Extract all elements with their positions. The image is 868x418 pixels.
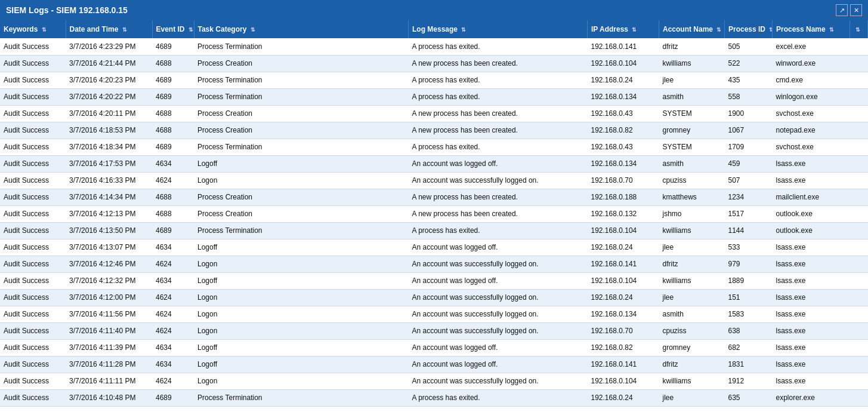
cell-processname: lsass.exe	[773, 239, 850, 256]
cell-datetime: 3/7/2016 4:12:32 PM	[66, 272, 152, 289]
table-row[interactable]: Audit Success3/7/2016 4:23:29 PM4689Proc…	[0, 38, 868, 55]
cell-extra	[850, 272, 868, 289]
cell-eventid: 4624	[152, 289, 194, 306]
cell-extra	[850, 289, 868, 306]
col-header-extra[interactable]: ⇅	[850, 20, 868, 38]
cell-taskcategory: Logon	[194, 306, 409, 322]
table-row[interactable]: Audit Success3/7/2016 4:14:34 PM4688Proc…	[0, 189, 868, 205]
table-row[interactable]: Audit Success3/7/2016 4:11:56 PM4624Logo…	[0, 306, 868, 322]
cell-ipaddress: 192.168.0.104	[588, 373, 659, 389]
table-row[interactable]: Audit Success3/7/2016 4:12:32 PM4634Logo…	[0, 272, 868, 289]
table-row[interactable]: Audit Success3/7/2016 4:18:34 PM4689Proc…	[0, 139, 868, 155]
cell-processname: lsass.exe	[773, 155, 850, 172]
col-header-accountname[interactable]: Account Name ⇅	[659, 20, 725, 38]
cell-processid: 1900	[725, 105, 773, 122]
cell-processname: svchost.exe	[773, 139, 850, 155]
table-row[interactable]: Audit Success3/7/2016 4:11:11 PM4624Logo…	[0, 373, 868, 389]
table-row[interactable]: Audit Success3/7/2016 4:18:53 PM4688Proc…	[0, 122, 868, 139]
cell-keywords: Audit Success	[0, 72, 66, 88]
cell-datetime: 3/7/2016 4:14:34 PM	[66, 189, 152, 205]
cell-eventid: 4624	[152, 256, 194, 272]
cell-processname: lsass.exe	[773, 373, 850, 389]
cell-eventid: 4688	[152, 189, 194, 205]
cell-ipaddress: 192.168.0.70	[588, 172, 659, 189]
cell-keywords: Audit Success	[0, 239, 66, 256]
col-header-processname[interactable]: Process Name ⇅	[773, 20, 850, 38]
cell-processid: 1517	[725, 205, 773, 222]
col-header-datetime[interactable]: Date and Time ⇅	[66, 20, 152, 38]
cell-keywords: Audit Success	[0, 189, 66, 205]
cell-keywords: Audit Success	[0, 105, 66, 122]
cell-eventid: 4689	[152, 139, 194, 155]
cell-extra	[850, 72, 868, 88]
cell-keywords: Audit Success	[0, 339, 66, 356]
table-row[interactable]: Audit Success3/7/2016 4:21:44 PM4688Proc…	[0, 55, 868, 72]
sort-icon-extra: ⇅	[855, 27, 860, 33]
cell-extra	[850, 322, 868, 339]
cell-processname: winword.exe	[773, 55, 850, 72]
col-header-eventid[interactable]: Event ID ⇅	[152, 20, 194, 38]
col-header-ipaddress[interactable]: IP Address ⇅	[588, 20, 659, 38]
cell-taskcategory: Logoff	[194, 155, 409, 172]
cell-processname: winlogon.exe	[773, 88, 850, 105]
table-row[interactable]: Audit Success3/7/2016 4:13:50 PM4689Proc…	[0, 222, 868, 239]
cell-ipaddress: 192.168.0.24	[588, 239, 659, 256]
cell-keywords: Audit Success	[0, 272, 66, 289]
cell-processname: explorer.exe	[773, 389, 850, 406]
table-row[interactable]: Audit Success3/7/2016 4:13:07 PM4634Logo…	[0, 239, 868, 256]
cell-logmessage: An account was successfully logged on.	[409, 322, 588, 339]
table-row[interactable]: Audit Success3/7/2016 4:11:39 PM4634Logo…	[0, 339, 868, 356]
cell-datetime: 3/7/2016 4:11:28 PM	[66, 356, 152, 373]
table-row[interactable]: Audit Success3/7/2016 4:11:40 PM4624Logo…	[0, 322, 868, 339]
cell-taskcategory: Logon	[194, 256, 409, 272]
cell-taskcategory: Process Creation	[194, 105, 409, 122]
cell-extra	[850, 139, 868, 155]
cell-extra	[850, 356, 868, 373]
col-header-processid[interactable]: Process ID ⇅	[725, 20, 773, 38]
table-row[interactable]: Audit Success3/7/2016 4:12:00 PM4624Logo…	[0, 289, 868, 306]
cell-datetime: 3/7/2016 4:12:46 PM	[66, 256, 152, 272]
cell-keywords: Audit Success	[0, 172, 66, 189]
cell-eventid: 4689	[152, 88, 194, 105]
cell-logmessage: An account was logged off.	[409, 239, 588, 256]
cell-processname: lsass.exe	[773, 356, 850, 373]
cell-eventid: 4624	[152, 172, 194, 189]
cell-eventid: 4634	[152, 356, 194, 373]
cell-datetime: 3/7/2016 4:17:53 PM	[66, 155, 152, 172]
cell-keywords: Audit Success	[0, 306, 66, 322]
cell-logmessage: A process has exited.	[409, 88, 588, 105]
cell-processid: 638	[725, 322, 773, 339]
cell-eventid: 4689	[152, 72, 194, 88]
cell-extra	[850, 256, 868, 272]
col-header-taskcategory[interactable]: Task Category ⇅	[194, 20, 409, 38]
cell-datetime: 3/7/2016 4:11:39 PM	[66, 339, 152, 356]
table-row[interactable]: Audit Success3/7/2016 4:16:33 PM4624Logo…	[0, 172, 868, 189]
table-row[interactable]: Audit Success3/7/2016 4:17:53 PM4634Logo…	[0, 155, 868, 172]
cell-accountname: jlee	[659, 239, 725, 256]
col-header-keywords[interactable]: Keywords ⇅	[0, 20, 66, 38]
table-row[interactable]: Audit Success3/7/2016 4:20:23 PM4689Proc…	[0, 72, 868, 88]
cell-keywords: Audit Success	[0, 55, 66, 72]
cell-ipaddress: 192.168.0.134	[588, 306, 659, 322]
pin-button[interactable]: ↗	[836, 4, 848, 16]
table-row[interactable]: Audit Success3/7/2016 4:11:28 PM4634Logo…	[0, 356, 868, 373]
cell-extra	[850, 339, 868, 356]
cell-datetime: 3/7/2016 4:13:50 PM	[66, 222, 152, 239]
cell-processid: 507	[725, 172, 773, 189]
close-button[interactable]: ✕	[850, 4, 862, 16]
col-header-logmessage[interactable]: Log Message ⇅	[409, 20, 588, 38]
table-row[interactable]: Audit Success3/7/2016 4:20:22 PM4689Proc…	[0, 88, 868, 105]
cell-ipaddress: 192.168.0.134	[588, 155, 659, 172]
cell-logmessage: A process has exited.	[409, 139, 588, 155]
cell-processid: 1234	[725, 189, 773, 205]
cell-logmessage: A new process has been created.	[409, 55, 588, 72]
table-row[interactable]: Audit Success3/7/2016 4:12:46 PM4624Logo…	[0, 256, 868, 272]
table-row[interactable]: Audit Success3/7/2016 4:10:48 PM4689Proc…	[0, 389, 868, 406]
cell-ipaddress: 192.168.0.104	[588, 55, 659, 72]
table-row[interactable]: Audit Success3/7/2016 4:20:11 PM4688Proc…	[0, 105, 868, 122]
table-row[interactable]: Audit Success3/7/2016 4:12:13 PM4688Proc…	[0, 205, 868, 222]
cell-taskcategory: Process Termination	[194, 88, 409, 105]
cell-processid: 1831	[725, 356, 773, 373]
cell-accountname: gromney	[659, 122, 725, 139]
title-buttons: ↗ ✕	[836, 4, 862, 16]
